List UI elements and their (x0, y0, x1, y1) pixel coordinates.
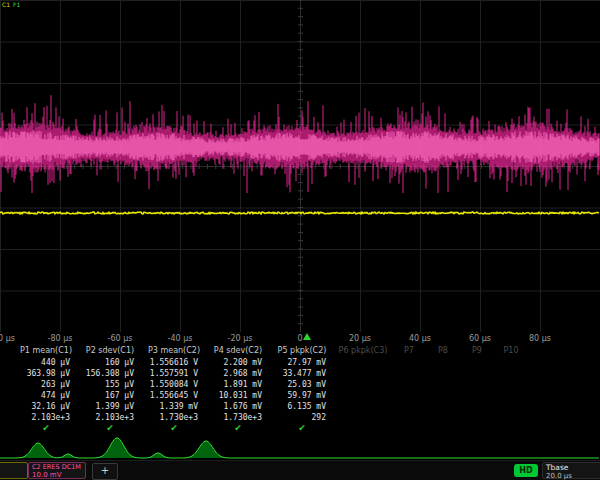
measure-value: 167 µV (78, 390, 142, 401)
measure-value: 1.557591 V (142, 368, 206, 379)
time-tick: 0 (297, 334, 302, 343)
measure-value (494, 379, 528, 390)
time-tick: 60 µs (469, 334, 491, 343)
measure-value: 25.03 mV (270, 379, 334, 390)
measure-value: 2.103e+3 (78, 412, 142, 423)
measure-value (334, 379, 392, 390)
hd-mode-badge: HD (514, 464, 538, 477)
measure-value (334, 368, 392, 379)
time-tick: -20 µs (228, 334, 253, 343)
measure-value (334, 412, 392, 423)
measure-column-p1[interactable]: P1 mean(C1)440 µV363.98 µV263 µV474 µV32… (14, 345, 78, 434)
measure-column-p4[interactable]: P4 sdev(C2)2.200 mV2.968 mV1.891 mV10.03… (206, 345, 270, 434)
measure-value (392, 412, 426, 423)
measure-value: 1.556616 V (142, 357, 206, 368)
measure-header: P9 (460, 345, 494, 357)
measure-value (460, 390, 494, 401)
measure-value (392, 357, 426, 368)
measure-column-p8[interactable]: P8 (426, 345, 460, 434)
measure-value (494, 390, 528, 401)
measure-value (392, 368, 426, 379)
measure-header: P7 (392, 345, 426, 357)
measure-column-p5[interactable]: P5 pkpk(C2)27.97 mV33.477 mV25.03 mV59.9… (270, 345, 334, 434)
measure-value: 1.339 mV (142, 401, 206, 412)
measure-header: P3 mean(C2) (142, 345, 206, 357)
measure-header: P5 pkpk(C2) (270, 345, 334, 357)
measure-header: P8 (426, 345, 460, 357)
measure-value (334, 401, 392, 412)
measure-value: 2.968 mV (206, 368, 270, 379)
measure-value (460, 379, 494, 390)
measure-value (426, 412, 460, 423)
time-tick: 80 µs (529, 334, 551, 343)
measure-value (426, 368, 460, 379)
measure-value (460, 368, 494, 379)
trigger-position-marker[interactable] (303, 333, 311, 340)
trace-overlay-labels: C1 F1 (2, 1, 20, 8)
measure-column-p9[interactable]: P9 (460, 345, 494, 434)
measure-value: 440 µV (14, 357, 78, 368)
oscilloscope-screen: C1 F1 -100 µs-80 µs-60 µs-40 µs-20 µs020… (0, 0, 600, 480)
c1-scale-value: 50.0 mV (0, 471, 24, 479)
timebase-value: 20.0 µs (546, 472, 600, 480)
histogram-trace[interactable] (0, 430, 600, 460)
measure-value (426, 357, 460, 368)
time-axis: -100 µs-80 µs-60 µs-40 µs-20 µs020 µs40 … (0, 331, 600, 346)
measure-value: 1.556645 V (142, 390, 206, 401)
measure-value (494, 368, 528, 379)
measure-value (494, 412, 528, 423)
measure-value (426, 401, 460, 412)
timebase-descriptor[interactable]: Tbase 20.0 µs (542, 462, 600, 479)
measure-value (392, 390, 426, 401)
measure-value (392, 379, 426, 390)
measure-value: 1.891 mV (206, 379, 270, 390)
measure-column-p2[interactable]: P2 sdev(C1)160 µV156.308 µV155 µV167 µV1… (78, 345, 142, 434)
c2-scale-value: 10.0 mV (32, 471, 82, 479)
time-tick: -80 µs (48, 334, 73, 343)
measure-header: P10 (494, 345, 528, 357)
measure-header: P4 sdev(C2) (206, 345, 270, 357)
measure-column-p3[interactable]: P3 mean(C2)1.556616 V1.557591 V1.550084 … (142, 345, 206, 434)
histogram-fill (0, 438, 599, 458)
measure-value: 2.103e+3 (14, 412, 78, 423)
measure-table: P1 mean(C1)440 µV363.98 µV263 µV474 µV32… (14, 345, 528, 434)
measure-value (334, 357, 392, 368)
measure-value: 292 (270, 412, 334, 423)
measure-value: 2.200 mV (206, 357, 270, 368)
measure-value: 474 µV (14, 390, 78, 401)
measure-value (426, 390, 460, 401)
measure-column-p10[interactable]: P10 (494, 345, 528, 434)
measure-value: 156.308 µV (78, 368, 142, 379)
status-bar: C1 DC1M 50.0 mV C2 ERES DC1M 10.0 mV + H… (0, 460, 600, 480)
measure-value: 59.97 mV (270, 390, 334, 401)
measure-column-p7[interactable]: P7 (392, 345, 426, 434)
measure-value: 155 µV (78, 379, 142, 390)
measure-value: 1.399 µV (78, 401, 142, 412)
measure-value: 1.730e+3 (206, 412, 270, 423)
measure-column-p6[interactable]: P6 pkpk(C3) (334, 345, 392, 434)
overlay-label-c1: C1 (2, 1, 10, 8)
measure-value: 32.16 µV (14, 401, 78, 412)
measure-value (460, 357, 494, 368)
time-tick: -100 µs (0, 334, 15, 343)
measure-value: 1.676 mV (206, 401, 270, 412)
measure-value (494, 401, 528, 412)
time-tick: 40 µs (409, 334, 431, 343)
measure-value (426, 379, 460, 390)
add-trace-button[interactable]: + (92, 463, 118, 480)
c1-trace[interactable] (0, 212, 599, 214)
channel-c2-descriptor[interactable]: C2 ERES DC1M 10.0 mV (28, 462, 86, 479)
histogram-outline[interactable] (0, 438, 599, 458)
measure-value (460, 401, 494, 412)
measure-value (494, 357, 528, 368)
time-tick: -40 µs (168, 334, 193, 343)
measure-value: 1.550084 V (142, 379, 206, 390)
measure-value: 33.477 mV (270, 368, 334, 379)
measure-value (334, 390, 392, 401)
channel-c1-descriptor[interactable]: C1 DC1M 50.0 mV (0, 462, 28, 479)
c2-coupling-label: C2 ERES DC1M (32, 464, 82, 471)
measure-header: P6 pkpk(C3) (334, 345, 392, 357)
measure-value: 363.98 µV (14, 368, 78, 379)
waveform-display[interactable] (0, 0, 600, 332)
measure-header: P1 mean(C1) (14, 345, 78, 357)
